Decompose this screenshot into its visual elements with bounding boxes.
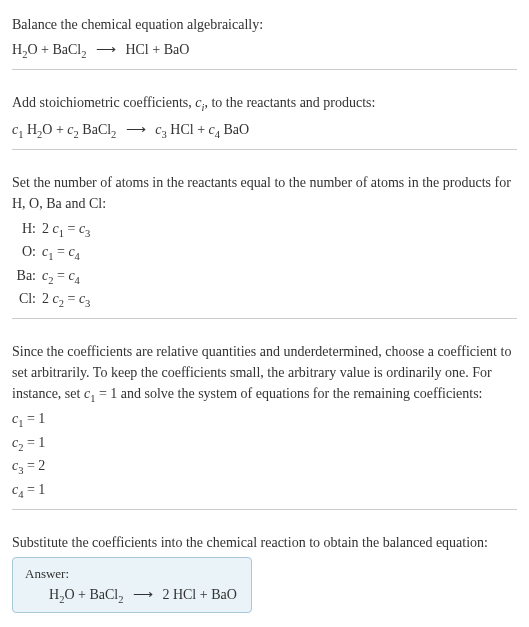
stoich-equation: c1 H2O + c2 BaCl2 ⟶ c3 HCl + c4 BaO [12,119,517,143]
atom-equation: c2 = c4 [42,265,80,289]
answer-label: Answer: [25,566,239,582]
coeff-row: c2 = 1 [12,432,517,456]
atom-row: Ba: c2 = c4 [16,265,517,289]
answer-box: Answer: H2O + BaCl2 ⟶ 2 HCl + BaO [12,557,252,614]
atom-row: O: c1 = c4 [16,241,517,265]
stoich-section: Add stoichiometric coefficients, ci, to … [12,86,517,150]
choose-text: Since the coefficients are relative quan… [12,341,517,407]
atom-row: H: 2 c1 = c3 [16,218,517,242]
intro-section: Balance the chemical equation algebraica… [12,8,517,70]
atoms-section: Set the number of atoms in the reactants… [12,166,517,319]
coeff-list: c1 = 1 c2 = 1 c3 = 2 c4 = 1 [12,408,517,502]
choose-section: Since the coefficients are relative quan… [12,335,517,510]
atoms-text: Set the number of atoms in the reactants… [12,172,517,214]
atom-label: Ba: [16,265,42,289]
atom-equation: c1 = c4 [42,241,80,265]
substitute-section: Substitute the coefficients into the che… [12,526,517,620]
atom-label: O: [16,241,42,265]
atom-equation: 2 c2 = c3 [42,288,90,312]
substitute-text: Substitute the coefficients into the che… [12,532,517,553]
stoich-text: Add stoichiometric coefficients, ci, to … [12,92,517,116]
intro-title: Balance the chemical equation algebraica… [12,14,517,35]
coeff-row: c1 = 1 [12,408,517,432]
atom-equation: 2 c1 = c3 [42,218,90,242]
answer-equation: H2O + BaCl2 ⟶ 2 HCl + BaO [25,586,239,605]
atom-row: Cl: 2 c2 = c3 [16,288,517,312]
coeff-row: c3 = 2 [12,455,517,479]
atoms-table: H: 2 c1 = c3 O: c1 = c4 Ba: c2 = c4 Cl: … [16,218,517,312]
atom-label: H: [16,218,42,242]
coeff-row: c4 = 1 [12,479,517,503]
atom-label: Cl: [16,288,42,312]
intro-equation: H2O + BaCl2 ⟶ HCl + BaO [12,39,517,63]
